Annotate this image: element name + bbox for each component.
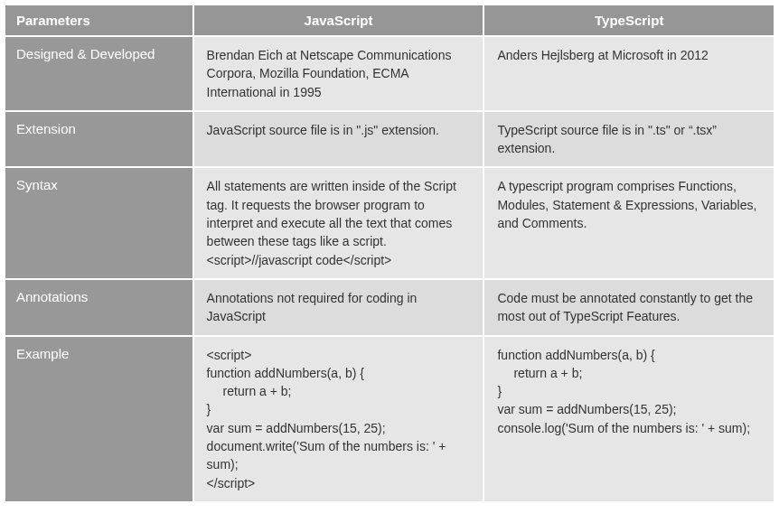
param-syntax: Syntax [5, 168, 192, 277]
js-syntax: All statements are written inside of the… [194, 168, 483, 277]
ts-example: function addNumbers(a, b) {return a + b;… [484, 337, 774, 501]
code-line: </script> [207, 474, 471, 492]
table-row: Designed & Developed Brendan Eich at Net… [5, 37, 774, 110]
header-javascript: JavaScript [194, 5, 483, 35]
code-line: var sum = addNumbers(15, 25); [207, 419, 471, 437]
param-designed-developed: Designed & Developed [5, 37, 192, 110]
table-row: Extension JavaScript source file is in "… [5, 112, 774, 167]
ts-annotations: Code must be annotated constantly to get… [484, 280, 774, 335]
header-parameters: Parameters [5, 5, 192, 35]
code-line: <script> [207, 346, 471, 364]
code-line: function addNumbers(a, b) { [207, 364, 471, 382]
code-line: } [497, 382, 761, 400]
ts-designed-developed: Anders Hejlsberg at Microsoft in 2012 [484, 37, 774, 110]
param-annotations: Annotations [5, 280, 192, 335]
js-designed-developed: Brendan Eich at Netscape Communications … [194, 37, 483, 110]
code-line: return a + b; [497, 364, 761, 382]
code-line: var sum = addNumbers(15, 25); [497, 400, 761, 418]
table-row: Example <script>function addNumbers(a, b… [5, 337, 774, 501]
code-line: function addNumbers(a, b) { [497, 346, 761, 364]
table-header-row: Parameters JavaScript TypeScript [5, 5, 774, 35]
comparison-table: Parameters JavaScript TypeScript Designe… [4, 4, 775, 503]
code-line: console.log('Sum of the numbers is: ' + … [497, 419, 761, 437]
js-example: <script>function addNumbers(a, b) {retur… [194, 337, 483, 501]
js-annotations: Annotations not required for coding in J… [194, 280, 483, 335]
header-typescript: TypeScript [484, 5, 774, 35]
param-example: Example [5, 337, 192, 501]
code-line: } [207, 400, 471, 418]
code-line: document.write('Sum of the numbers is: '… [207, 437, 471, 474]
ts-extension: TypeScript source file is in ".ts" or “.… [484, 112, 774, 167]
table-row: Syntax All statements are written inside… [5, 168, 774, 277]
table-row: Annotations Annotations not required for… [5, 280, 774, 335]
js-extension: JavaScript source file is in ".js" exten… [194, 112, 483, 167]
ts-syntax: A typescript program comprises Functions… [484, 168, 774, 277]
code-line: return a + b; [207, 382, 471, 400]
param-extension: Extension [5, 112, 192, 167]
